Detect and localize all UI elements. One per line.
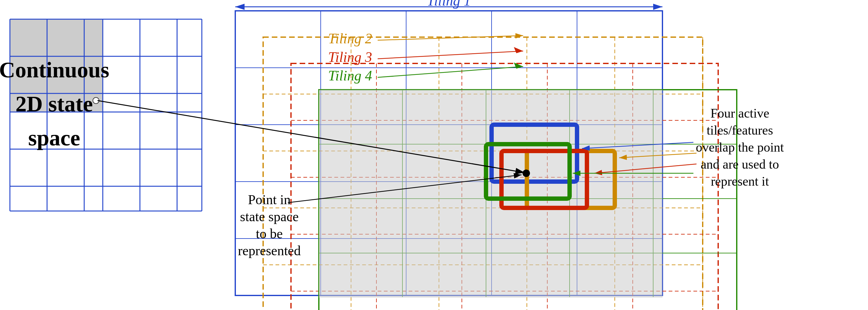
point-label-2: state space bbox=[240, 209, 299, 224]
svg-rect-52 bbox=[319, 90, 662, 298]
svg-line-57 bbox=[378, 51, 523, 59]
tiling1-label: Tiling 1 bbox=[427, 0, 471, 9]
right-label-2: tiles/features bbox=[707, 123, 773, 137]
state-2d-label: 2D state bbox=[16, 92, 93, 116]
diagram-svg: Continuous 2D state space bbox=[0, 0, 868, 310]
right-label-5: represent it bbox=[711, 174, 769, 188]
point-label-3: to be bbox=[256, 226, 283, 241]
tiling2-label: Tiling 2 bbox=[328, 31, 372, 46]
right-label-1: Four active bbox=[710, 106, 769, 120]
continuous-label: Continuous bbox=[0, 58, 109, 82]
tiling4-label: Tiling 4 bbox=[328, 68, 372, 83]
point-label-4: represented bbox=[238, 243, 301, 259]
right-label-3: overlap the point bbox=[696, 140, 784, 154]
svg-marker-55 bbox=[653, 4, 662, 10]
tiling3-label: Tiling 3 bbox=[328, 49, 372, 65]
svg-line-56 bbox=[378, 36, 523, 40]
right-label-4: and are used to bbox=[701, 157, 779, 171]
center-point bbox=[523, 170, 530, 177]
svg-marker-58 bbox=[514, 47, 523, 53]
main-container: Continuous 2D state space bbox=[0, 0, 868, 310]
point-label-1: Point in bbox=[248, 192, 291, 207]
space-label: space bbox=[28, 126, 80, 150]
svg-marker-54 bbox=[235, 4, 245, 10]
svg-line-59 bbox=[378, 67, 523, 77]
